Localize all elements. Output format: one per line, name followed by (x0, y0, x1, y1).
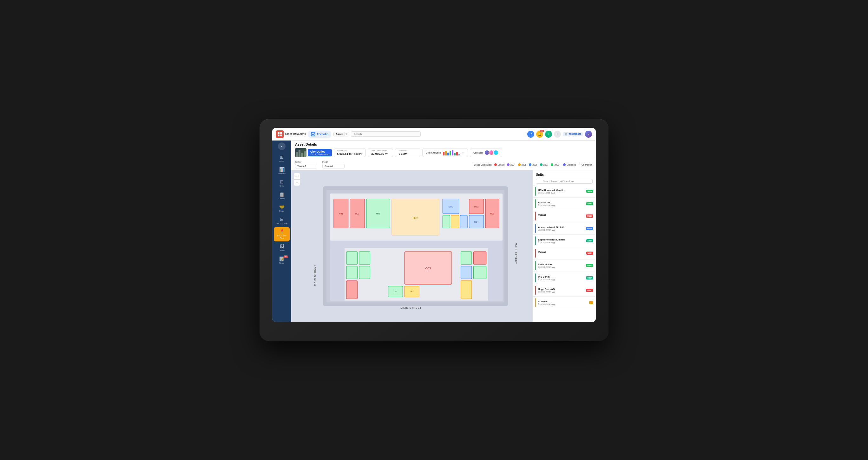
grid-button[interactable]: ⠿ (554, 131, 561, 138)
photos-icon: 🖼 (279, 244, 284, 249)
search-input[interactable] (351, 131, 421, 137)
plus-icon: + (548, 132, 550, 136)
sidebar-item-leases[interactable]: 📋 Leases (274, 190, 290, 202)
main-layout: ‹ ⊞ Asset 📊 Statistics ⊡ Units (272, 141, 596, 322)
svg-text:MAIN STREET: MAIN STREET (515, 243, 518, 264)
logo-text: ASSET MANAGERS (285, 133, 306, 135)
unit-info: Hugo Boss AG Exp : xx-mmm-yyy (538, 288, 584, 293)
unit-expiry: Exp : xx-mmm-yyy (538, 204, 584, 206)
units-title: Units (536, 173, 593, 176)
portfolio-button[interactable]: Portfolio (308, 131, 331, 138)
contact-avatar-3 (493, 150, 499, 155)
user-avatar[interactable]: U (585, 131, 592, 138)
sidebar-item-stacking-plan[interactable]: ⊟ Stacking Plan (274, 215, 290, 226)
logo-area: ASSET MANAGERS (276, 130, 306, 138)
legend-vacant: Vacant (494, 163, 504, 166)
unit-list-item[interactable]: Hugo Boss AG Exp : xx-mmm-yyy O013 (533, 284, 596, 297)
asset-chevron-icon[interactable]: ▾ (345, 132, 349, 136)
unit-code: M034 (586, 227, 593, 230)
sidebar-item-deals[interactable]: 🤝 Deals (274, 203, 290, 214)
stacking-plan-icon: ⊟ (280, 217, 284, 222)
site-floor-plan-icon: 📍 (279, 229, 285, 234)
unit-list-item[interactable]: Esprit Holdings Limited Exp : xx-mmm-yyy… (533, 235, 596, 247)
unit-list-item[interactable]: S. Oliver Exp : xx-mmm-yyy ... (533, 297, 596, 309)
unit-color-bar (535, 298, 536, 307)
total-rent-value: € 3.2M (399, 152, 417, 155)
unit-list-item[interactable]: H&M Hennes & Maurit... Exp : 31-Dec-2025… (533, 185, 596, 197)
unit-list-item[interactable]: IND Berlin Exp : xx-mmm-yyy O014 (533, 272, 596, 284)
svg-text:MAIN STREET: MAIN STREET (400, 306, 422, 309)
unit-color-bar (535, 224, 536, 233)
sidebar: ‹ ⊞ Asset 📊 Statistics ⊡ Units (272, 141, 291, 322)
svg-rect-3 (280, 134, 282, 136)
unit-code: M035 (586, 214, 593, 218)
legend-area: Lease Expiration Vacant 2024 (474, 163, 592, 166)
legend-2025: 2025 (518, 163, 527, 166)
portfolio-icon (311, 132, 315, 136)
back-button[interactable]: ‹ (278, 143, 285, 150)
unit-code: O015 (586, 264, 593, 267)
svg-text:H01: H01 (339, 213, 343, 215)
add-button[interactable]: + (545, 131, 552, 138)
help-button[interactable]: ? (527, 131, 534, 138)
unit-list-item[interactable]: Caffe Vicino Exp : xx-mmm-yyy O015 (533, 259, 596, 272)
sidebar-item-photos[interactable]: 🖼 Photos (274, 242, 290, 254)
total-rent-card: Total Rent € 3.2M (395, 148, 421, 157)
asset-icon: ⊞ (280, 154, 284, 160)
contacts-card[interactable]: Contacts (470, 148, 502, 157)
unit-color-bar (535, 273, 536, 282)
floor-plan-svg: H02 H01 H03 H05 (294, 173, 530, 319)
unit-list-item[interactable]: Vacant — N025 (533, 247, 596, 259)
total-lettable-card: Total Lettable Area 32,985.65 m² (368, 148, 393, 157)
svg-rect-33 (346, 266, 357, 279)
svg-rect-47 (474, 266, 486, 279)
unit-expiry: Exp : xx-mmm-yyy (538, 229, 584, 231)
asset-selector[interactable]: Asset ▾ (334, 132, 349, 136)
unit-expiry: Exp : xx-mmm-yyy (538, 278, 584, 280)
tower-icon: 🏢 (565, 133, 567, 135)
svg-rect-0 (278, 132, 279, 134)
unit-info: Esprit Holdings Limited Exp : xx-mmm-yyy (538, 238, 584, 243)
tower-control: Tower Tower A (295, 161, 317, 168)
unit-info: S. Oliver Exp : xx-mmm-yyy (538, 300, 587, 305)
help-icon: ? (530, 132, 532, 136)
unit-code: N024 (586, 239, 593, 242)
vacant-area-value: 5,033.61 m² 15.26 % (337, 152, 363, 155)
unit-list-item[interactable]: Abercrombie & Fitch Co. Exp : xx-mmm-yyy… (533, 222, 596, 235)
zoom-in-button[interactable]: + (294, 173, 300, 179)
sidebar-item-statistics[interactable]: 📊 Statistics (274, 165, 290, 177)
unit-list-item[interactable]: Adidas AG Exp : xx-mmm-yyy H032 (533, 197, 596, 210)
deal-analytics-card[interactable]: Deal Analytics (422, 148, 468, 157)
svg-rect-36 (359, 266, 370, 279)
unit-color-bar (535, 199, 536, 208)
vacant-area-card: Vacant Area 5,033.61 m² 15.26 % (334, 148, 366, 157)
unit-name: Vacant (538, 251, 584, 253)
svg-rect-34 (346, 281, 357, 299)
unit-list-item[interactable]: Vacant — M035 (533, 210, 596, 222)
svg-rect-22 (460, 215, 467, 228)
svg-rect-2 (278, 134, 279, 136)
notifications-button[interactable]: 🔔 999 (536, 131, 543, 138)
sidebar-item-notes[interactable]: 📝 Notes 999 (274, 254, 290, 266)
legend-unlimited: Unlimited (563, 163, 576, 166)
sidebar-item-units[interactable]: ⊡ Units (274, 177, 290, 189)
sidebar-item-site-floor-plan[interactable]: 📍 Site / Floor Plan (274, 227, 290, 241)
statistics-icon: 📊 (279, 167, 285, 172)
unit-info: Adidas AG Exp : xx-mmm-yyy (538, 201, 584, 206)
deals-icon: 🤝 (279, 204, 285, 209)
unit-name: Abercrombie & Fitch Co. (538, 226, 584, 229)
svg-text:M04: M04 (474, 221, 479, 223)
zoom-out-button[interactable]: − (294, 180, 300, 186)
contact-avatars (484, 150, 499, 155)
asset-info-row: City Outlet Zurich, Switzerland Vacant A… (295, 148, 592, 157)
svg-text:M06: M06 (490, 213, 494, 215)
tower-select[interactable]: Tower A (295, 164, 317, 168)
floor-select[interactable]: Ground (322, 164, 344, 168)
svg-text:M02: M02 (474, 206, 479, 208)
svg-rect-31 (488, 248, 502, 301)
sidebar-item-asset[interactable]: ⊞ Asset (274, 153, 290, 164)
unit-color-bar (535, 261, 536, 270)
unit-expiry: Exp : xx-mmm-yyy (538, 241, 584, 243)
units-search-input[interactable] (536, 179, 593, 184)
legend-2024: 2024 (507, 163, 516, 166)
